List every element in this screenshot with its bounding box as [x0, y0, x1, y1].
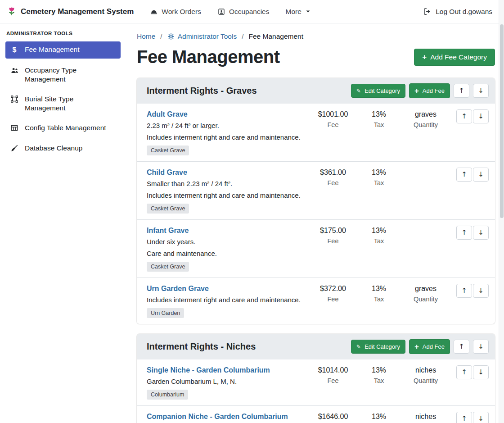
page-layout: ADMINISTRATOR TOOLS $ Fee Management Occ… — [0, 23, 504, 423]
breadcrumb-admin-tools-link[interactable]: Administrator Tools — [167, 32, 237, 41]
move-fee-down-button[interactable]: ↓ — [473, 365, 489, 379]
fee-tag: Casket Grave — [147, 204, 189, 214]
move-fee-up-button[interactable]: ↑ — [456, 226, 472, 240]
fee-tax-column: 13% Tax — [358, 412, 400, 423]
fee-name-link[interactable]: Companion Niche - Garden Columbarium — [147, 413, 288, 421]
fee-description: Includes interment right and care and ma… — [147, 296, 303, 304]
breadcrumb-current: Fee Management — [249, 32, 304, 41]
move-category-up-button[interactable]: ↑ — [454, 340, 469, 354]
fee-name-link[interactable]: Urn Garden Grave — [147, 285, 209, 293]
fee-tag: Casket Grave — [147, 146, 189, 155]
edit-category-label: Edit Category — [364, 87, 400, 94]
scrollbar-thumb[interactable] — [500, 24, 504, 218]
fee-amount-label: Fee — [308, 296, 358, 303]
add-fee-label: Add Fee — [423, 343, 445, 350]
fee-quantity-label: Quantity — [400, 377, 452, 384]
fee-quantity-unit: graves — [400, 110, 452, 118]
gear-icon — [167, 33, 175, 40]
fee-quantity-column: niches Quantity — [400, 412, 452, 423]
move-fee-up-button[interactable]: ↑ — [456, 168, 472, 182]
fee-amount-label: Fee — [308, 237, 358, 245]
move-category-down-button[interactable]: ↓ — [473, 340, 489, 354]
fee-tax-label: Tax — [358, 377, 400, 384]
fee-tax: 13% — [358, 413, 400, 421]
fee-tax: 13% — [358, 285, 400, 293]
category-actions: ✎ Edit Category + Add Fee ↑ ↓ — [351, 339, 489, 354]
fee-name-link[interactable]: Adult Grave — [147, 110, 188, 118]
sidebar-item[interactable]: Config Table Management — [5, 120, 121, 136]
fee-row: Companion Niche - Garden Columbarium Gar… — [137, 406, 495, 423]
fee-amount-column: $1001.00 Fee — [308, 109, 358, 128]
nav-work-orders[interactable]: Work Orders — [150, 8, 201, 16]
fee-tag: Columbarium — [147, 390, 188, 400]
fee-details: Urn Garden Grave Includes interment righ… — [147, 284, 308, 318]
sidebar-item[interactable]: Occupancy Type Management — [5, 62, 121, 87]
fee-description: Smaller than 2.23 m² / 24 ft². — [147, 180, 303, 187]
sidebar-item[interactable]: Burial Site Type Management — [5, 91, 121, 116]
fee-tax-label: Tax — [358, 179, 400, 186]
nav-more[interactable]: More — [286, 8, 311, 16]
fee-tax-column: 13% Tax — [358, 226, 400, 245]
sidebar-item-label: Fee Management — [25, 45, 80, 54]
fee-tax-label: Tax — [358, 121, 400, 128]
add-fee-label: Add Fee — [423, 87, 445, 94]
fee-tax: 13% — [358, 168, 400, 177]
move-fee-up-button[interactable]: ↑ — [456, 109, 472, 123]
fee-quantity-column — [400, 226, 452, 227]
logout-link[interactable]: Log Out d.gowans — [423, 7, 492, 16]
breadcrumb-separator: / — [160, 32, 162, 41]
move-fee-down-button[interactable]: ↓ — [473, 284, 489, 298]
fee-name-link[interactable]: Single Niche - Garden Columbarium — [147, 366, 270, 374]
sidebar-item[interactable]: $ Fee Management — [5, 41, 121, 59]
fee-name-link[interactable]: Infant Grave — [147, 227, 189, 235]
move-fee-up-button[interactable]: ↑ — [456, 284, 472, 298]
move-category-up-button[interactable]: ↑ — [454, 84, 469, 98]
fee-reorder-buttons: ↑ ↓ — [456, 168, 489, 182]
move-fee-down-button[interactable]: ↓ — [473, 168, 489, 182]
add-fee-button[interactable]: + Add Fee — [409, 339, 450, 354]
users-icon — [10, 66, 19, 75]
move-fee-down-button[interactable]: ↓ — [473, 226, 489, 240]
add-fee-category-button[interactable]: + Add Fee Category — [414, 49, 495, 66]
nav-occupancies[interactable]: Occupancies — [217, 8, 270, 16]
fee-details: Single Niche - Garden Columbarium Garden… — [147, 365, 308, 400]
fee-amount: $1001.00 — [308, 110, 358, 118]
breadcrumb-home-link[interactable]: Home — [137, 32, 155, 41]
logout-icon — [423, 7, 432, 16]
sidebar-item[interactable]: Database Cleanup — [5, 140, 121, 156]
brand: Cemetery Management System — [6, 6, 134, 17]
vector-square-icon — [10, 95, 19, 103]
fee-reorder-buttons: ↑ ↓ — [456, 109, 489, 123]
fee-quantity-unit: niches — [400, 413, 452, 421]
fee-tax: 13% — [358, 366, 400, 374]
breadcrumb-separator: / — [242, 32, 243, 41]
fee-reorder-buttons: ↑ ↓ — [456, 284, 489, 298]
fee-tax-column: 13% Tax — [358, 284, 400, 303]
fee-amount-label: Fee — [308, 377, 358, 384]
fee-name-link[interactable]: Child Grave — [147, 168, 187, 177]
add-fee-button[interactable]: + Add Fee — [409, 83, 450, 98]
move-fee-down-button[interactable]: ↓ — [473, 412, 489, 423]
fee-amount: $1014.00 — [308, 366, 358, 374]
move-fee-up-button[interactable]: ↑ — [456, 365, 472, 379]
fee-category-card: Interment Rights - Graves ✎ Edit Categor… — [137, 78, 495, 324]
edit-category-button[interactable]: ✎ Edit Category — [351, 340, 405, 354]
pencil-icon: ✎ — [356, 88, 361, 94]
fee-quantity-label: Quantity — [400, 121, 452, 128]
vertical-scrollbar[interactable] — [499, 0, 504, 423]
fee-row: Child Grave Smaller than 2.23 m² / 24 ft… — [137, 162, 495, 220]
category-title: Interment Rights - Graves — [147, 86, 257, 96]
fee-details: Infant Grave Under six years. Care and m… — [147, 226, 308, 272]
move-fee-up-button[interactable]: ↑ — [456, 412, 472, 423]
sidebar-item-label: Occupancy Type Management — [25, 66, 116, 84]
fee-row: Infant Grave Under six years. Care and m… — [137, 220, 495, 278]
move-fee-down-button[interactable]: ↓ — [473, 109, 489, 123]
category-title: Interment Rights - Niches — [147, 341, 256, 352]
sidebar: ADMINISTRATOR TOOLS $ Fee Management Occ… — [0, 23, 126, 423]
edit-category-button[interactable]: ✎ Edit Category — [351, 84, 405, 98]
fee-details: Companion Niche - Garden Columbarium Gar… — [147, 412, 308, 423]
move-category-down-button[interactable]: ↓ — [473, 84, 489, 98]
fee-description: Includes interment right and care and ma… — [147, 191, 303, 199]
fee-amount: $372.00 — [308, 285, 358, 293]
fee-tax: 13% — [358, 110, 400, 118]
